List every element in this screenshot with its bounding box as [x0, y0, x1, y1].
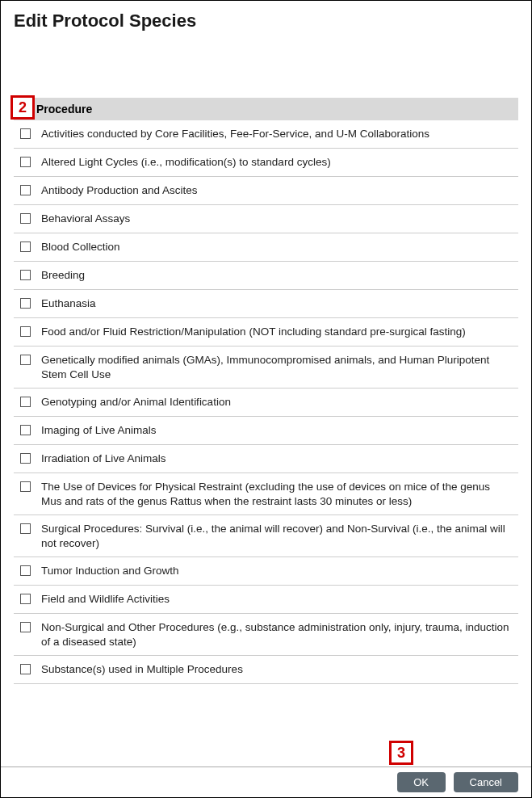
list-item: Euthanasia — [14, 290, 518, 318]
procedure-checkbox[interactable] — [20, 157, 31, 167]
column-header-procedure: Procedure — [14, 98, 518, 120]
procedure-label: Behavioral Assays — [40, 212, 512, 226]
procedure-checkbox[interactable] — [20, 397, 31, 407]
procedure-label: Altered Light Cycles (i.e., modification… — [40, 155, 512, 170]
procedure-label: The Use of Devices for Physical Restrain… — [40, 480, 512, 508]
procedure-checkbox[interactable] — [20, 523, 31, 534]
procedure-checkbox[interactable] — [20, 594, 31, 604]
procedure-label: Antibody Production and Ascites — [40, 183, 512, 198]
list-item: Activities conducted by Core Facilities,… — [14, 120, 518, 149]
procedure-label: Tumor Induction and Growth — [40, 564, 512, 578]
procedure-checkbox[interactable] — [20, 298, 31, 309]
list-item: The Use of Devices for Physical Restrain… — [14, 473, 518, 515]
procedure-label: Non-Surgical and Other Procedures (e.g.,… — [40, 620, 512, 649]
list-item: Antibody Production and Ascites — [14, 177, 518, 205]
callout-marker-3: 3 — [389, 741, 413, 765]
list-item: Imaging of Live Animals — [14, 417, 518, 445]
procedure-checkbox[interactable] — [20, 664, 31, 674]
callout-marker-2: 2 — [10, 95, 35, 120]
procedure-checkbox[interactable] — [20, 213, 31, 224]
procedure-label: Blood Collection — [40, 240, 512, 254]
procedure-label: Irradiation of Live Animals — [40, 452, 512, 466]
list-item: Food and/or Fluid Restriction/Manipulati… — [14, 318, 518, 346]
procedure-label: Substance(s) used in Multiple Procedures — [40, 662, 512, 677]
list-item: Tumor Induction and Growth — [14, 557, 518, 586]
list-item: Blood Collection — [14, 233, 518, 262]
procedure-label: Genetically modified animals (GMAs), Imm… — [40, 353, 512, 381]
ok-button[interactable]: OK — [397, 772, 446, 792]
procedure-table: Procedure Activities conducted by Core F… — [1, 98, 531, 684]
procedure-checkbox[interactable] — [20, 481, 31, 492]
procedure-checkbox[interactable] — [20, 565, 31, 576]
list-item: Breeding — [14, 262, 518, 290]
list-item: Non-Surgical and Other Procedures (e.g.,… — [14, 614, 518, 656]
procedure-checkbox[interactable] — [20, 425, 31, 435]
button-bar: OK Cancel — [1, 766, 531, 797]
procedure-checkbox[interactable] — [20, 326, 31, 337]
procedure-checkbox[interactable] — [20, 242, 31, 252]
procedure-label: Euthanasia — [40, 296, 512, 311]
list-item: Irradiation of Live Animals — [14, 445, 518, 473]
list-item: Altered Light Cycles (i.e., modification… — [14, 149, 518, 177]
list-item: Surgical Procedures: Survival (i.e., the… — [14, 515, 518, 557]
procedure-checkbox[interactable] — [20, 355, 31, 365]
dialog-edit-protocol-species: Edit Protocol Species 2 Procedure Activi… — [0, 0, 532, 798]
procedure-checkbox[interactable] — [20, 185, 31, 195]
list-item: Substance(s) used in Multiple Procedures — [14, 656, 518, 684]
list-item: Genetically modified animals (GMAs), Imm… — [14, 346, 518, 388]
procedure-label: Surgical Procedures: Survival (i.e., the… — [40, 522, 512, 550]
procedure-label: Food and/or Fluid Restriction/Manipulati… — [40, 325, 512, 339]
procedure-label: Field and Wildlife Activities — [40, 592, 512, 607]
procedure-checkbox[interactable] — [20, 128, 31, 139]
list-item: Genotyping and/or Animal Identification — [14, 388, 518, 417]
procedure-label: Breeding — [40, 268, 512, 283]
procedure-checkbox[interactable] — [20, 622, 31, 632]
cancel-button[interactable]: Cancel — [454, 772, 518, 792]
procedure-label: Activities conducted by Core Facilities,… — [40, 127, 512, 141]
list-item: Behavioral Assays — [14, 205, 518, 233]
procedure-label: Genotyping and/or Animal Identification — [40, 395, 512, 410]
procedure-checkbox[interactable] — [20, 270, 31, 280]
procedure-checkbox[interactable] — [20, 453, 31, 464]
procedure-label: Imaging of Live Animals — [40, 423, 512, 438]
dialog-title: Edit Protocol Species — [1, 1, 531, 32]
list-item: Field and Wildlife Activities — [14, 586, 518, 614]
